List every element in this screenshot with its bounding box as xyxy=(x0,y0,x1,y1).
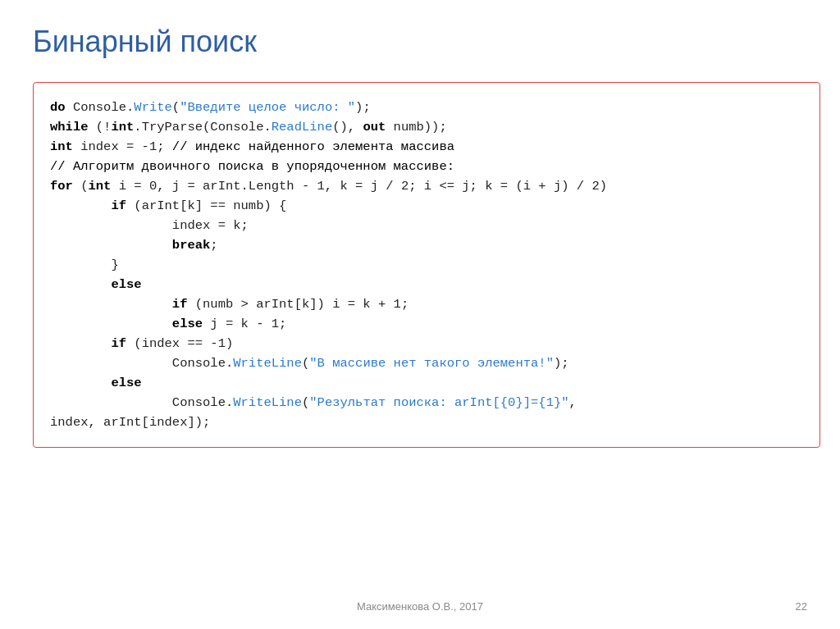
footer-author: Максименкова О.В., 2017 xyxy=(0,600,840,613)
code-line-10: else xyxy=(50,275,803,294)
code-line-8: break; xyxy=(50,235,803,255)
code-block: do Console.Write("Введите целое число: "… xyxy=(33,82,820,448)
code-line-3: int index = -1; // индекс найденного эле… xyxy=(50,137,803,157)
code-line-15: else xyxy=(50,373,803,393)
code-line-12: else j = k - 1; xyxy=(50,314,803,334)
footer-page: 22 xyxy=(796,600,807,613)
code-line-17: index, arInt[index]); xyxy=(50,412,803,432)
code-line-14: Console.WriteLine("В массиве нет такого … xyxy=(50,353,803,373)
code-line-6: if (arInt[k] == numb) { xyxy=(50,196,803,216)
footer: Максименкова О.В., 2017 22 xyxy=(0,600,840,613)
code-line-5: for (int i = 0, j = arInt.Length - 1, k … xyxy=(50,176,803,196)
code-line-1: do Console.Write("Введите целое число: "… xyxy=(50,98,803,117)
code-line-9: } xyxy=(50,255,803,275)
slide-title: Бинарный поиск xyxy=(33,25,807,59)
code-line-16: Console.WriteLine("Результат поиска: arI… xyxy=(50,393,803,412)
code-line-4: // Алгоритм двоичного поиска в упорядоче… xyxy=(50,157,803,176)
code-line-11: if (numb > arInt[k]) i = k + 1; xyxy=(50,294,803,314)
code-line-2: while (!int.TryParse(Console.ReadLine(),… xyxy=(50,117,803,137)
code-line-7: index = k; xyxy=(50,216,803,235)
code-line-13: if (index == -1) xyxy=(50,334,803,353)
slide-container: Бинарный поиск do Console.Write("Введите… xyxy=(0,0,840,629)
